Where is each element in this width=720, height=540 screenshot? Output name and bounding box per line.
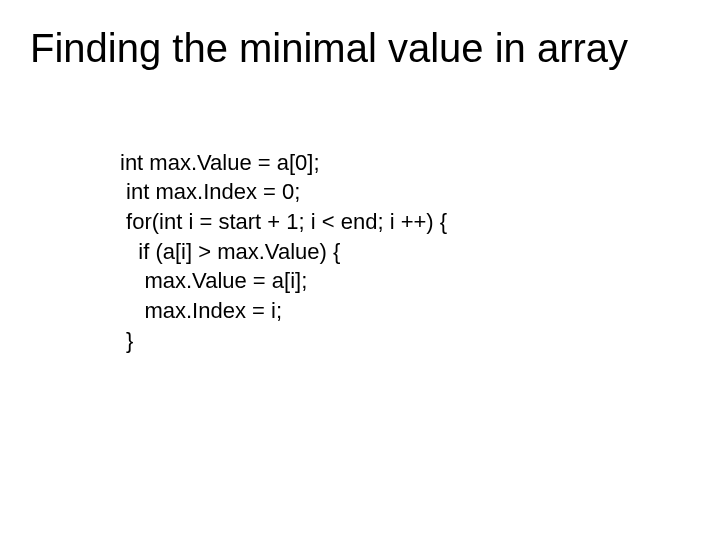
code-line: int max.Value = a[0];	[120, 150, 320, 175]
code-line: int max.Index = 0;	[120, 179, 300, 204]
code-line: max.Value = a[i];	[120, 268, 307, 293]
code-line: for(int i = start + 1; i < end; i ++) {	[120, 209, 447, 234]
code-line: if (a[i] > max.Value) {	[120, 239, 340, 264]
code-line: max.Index = i;	[120, 298, 282, 323]
slide-title: Finding the minimal value in array	[30, 26, 690, 70]
code-line: }	[120, 328, 133, 353]
code-block: int max.Value = a[0]; int max.Index = 0;…	[120, 118, 447, 385]
slide: Finding the minimal value in array int m…	[0, 0, 720, 540]
